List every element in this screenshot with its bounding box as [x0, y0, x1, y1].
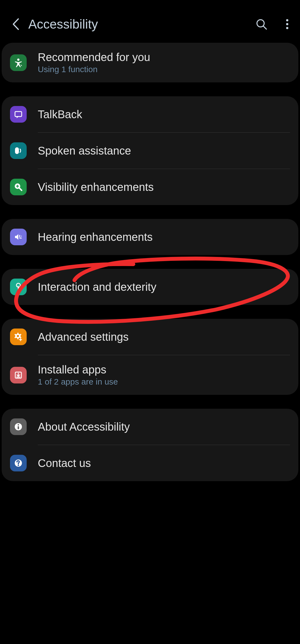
item-title: About Accessibility	[38, 421, 290, 433]
svg-rect-6	[15, 112, 22, 117]
item-text: Contact us	[38, 457, 290, 469]
settings-item-contact-us[interactable]: Contact us	[2, 445, 298, 481]
item-text: Spoken assistance	[38, 145, 290, 157]
more-options-button[interactable]	[286, 18, 289, 30]
item-title: Visibility enhancements	[38, 181, 290, 193]
search-button[interactable]	[255, 18, 268, 30]
back-button[interactable]	[11, 17, 20, 31]
gear-icon	[10, 329, 27, 345]
settings-group: TalkBackSpoken assistanceVisibility enha…	[2, 96, 298, 205]
svg-point-2	[286, 19, 288, 21]
settings-group: Interaction and dexterity	[2, 269, 298, 305]
item-title: Recommended for you	[38, 51, 290, 64]
settings-item-about-accessibility[interactable]: About Accessibility	[2, 409, 298, 445]
magnify-icon	[10, 179, 27, 195]
item-title: Spoken assistance	[38, 145, 290, 157]
settings-item-visibility-enhancements[interactable]: Visibility enhancements	[2, 169, 298, 205]
svg-point-4	[286, 27, 288, 29]
page-title: Accessibility	[28, 17, 247, 32]
item-subtitle: 1 of 2 apps are in use	[38, 377, 290, 387]
item-text: Hearing enhancements	[38, 231, 290, 243]
svg-point-26	[18, 465, 19, 466]
settings-group: About AccessibilityContact us	[2, 409, 298, 481]
item-title: Hearing enhancements	[38, 231, 290, 243]
svg-rect-24	[18, 426, 19, 429]
settings-item-recommended[interactable]: Recommended for youUsing 1 function	[2, 43, 298, 82]
settings-item-hearing-enhancements[interactable]: Hearing enhancements	[2, 219, 298, 255]
settings-item-advanced-settings[interactable]: Advanced settings	[2, 319, 298, 355]
settings-item-installed-apps[interactable]: Installed apps1 of 2 apps are in use	[2, 355, 298, 395]
speaker-icon	[10, 142, 27, 159]
svg-line-1	[263, 26, 266, 29]
svg-line-9	[19, 188, 22, 190]
settings-item-interaction-dexterity[interactable]: Interaction and dexterity	[2, 269, 298, 305]
search-icon	[255, 18, 268, 30]
settings-group: Hearing enhancements	[2, 219, 298, 255]
item-text: TalkBack	[38, 108, 290, 121]
accessibility-icon	[10, 54, 27, 71]
svg-rect-7	[15, 147, 19, 154]
item-title: Interaction and dexterity	[38, 281, 290, 293]
settings-item-spoken-assistance[interactable]: Spoken assistance	[2, 133, 298, 169]
sound-icon	[10, 229, 27, 245]
chevron-left-icon	[11, 17, 20, 31]
info-icon	[10, 418, 27, 435]
chat-icon	[10, 106, 27, 123]
item-text: Recommended for youUsing 1 function	[38, 51, 290, 74]
svg-point-23	[18, 424, 19, 426]
item-text: About Accessibility	[38, 421, 290, 433]
touch-icon	[10, 279, 27, 295]
item-title: Installed apps	[38, 363, 290, 376]
item-title: TalkBack	[38, 108, 290, 121]
item-title: Contact us	[38, 457, 290, 469]
settings-group: Recommended for youUsing 1 function	[2, 43, 298, 82]
settings-item-talkback[interactable]: TalkBack	[2, 96, 298, 132]
item-title: Advanced settings	[38, 331, 290, 343]
svg-point-5	[17, 59, 19, 61]
item-text: Visibility enhancements	[38, 181, 290, 193]
header: Accessibility	[0, 0, 300, 43]
item-text: Installed apps1 of 2 apps are in use	[38, 363, 290, 387]
svg-point-16	[17, 335, 19, 337]
kebab-menu-icon	[286, 18, 289, 30]
item-text: Interaction and dexterity	[38, 281, 290, 293]
download-icon	[10, 367, 27, 383]
item-subtitle: Using 1 function	[38, 65, 290, 74]
item-text: Advanced settings	[38, 331, 290, 343]
svg-point-3	[286, 23, 288, 25]
help-icon	[10, 455, 27, 471]
settings-group: Advanced settingsInstalled apps1 of 2 ap…	[2, 319, 298, 395]
